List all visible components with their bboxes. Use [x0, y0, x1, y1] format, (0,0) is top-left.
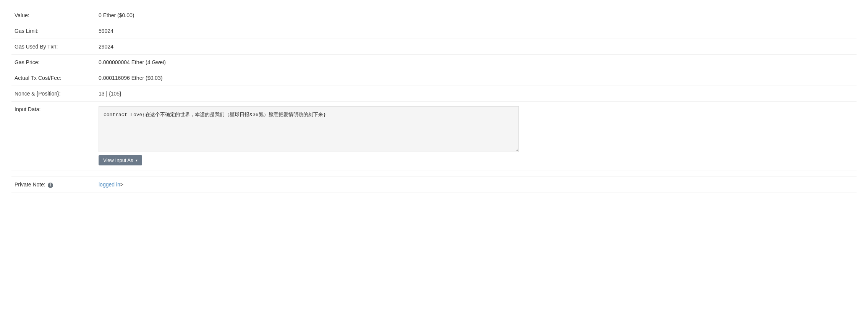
label-cell: Gas Used By Txn:: [11, 39, 96, 55]
input-data-wrapper: contract Love{在这个不确定的世界，幸运的是我们（星球日报&36氪）…: [99, 106, 519, 165]
nonce-row: Nonce & {Position}: 13 | {105}: [11, 86, 857, 102]
private-note-suffix: >: [120, 181, 123, 188]
label-cell: Nonce & {Position}:: [11, 86, 96, 102]
value-cell: 13 | {105}: [96, 86, 857, 102]
gas-price-row: Gas Price: 0.000000004 Ether (4 Gwei): [11, 55, 857, 70]
label-cell: Gas Price:: [11, 55, 96, 70]
input-data-value: contract Love{在这个不确定的世界，幸运的是我们（星球日报&36氪）…: [96, 102, 857, 170]
bottom-divider: [11, 197, 857, 197]
input-data-row: Input Data: contract Love{在这个不确定的世界，幸运的是…: [11, 102, 857, 170]
private-note-label: Private Note: i: [11, 177, 96, 193]
private-note-prefix: logged in>: [99, 181, 123, 188]
view-input-as-button[interactable]: View Input As ▾: [99, 155, 142, 165]
label-cell: Actual Tx Cost/Fee:: [11, 70, 96, 86]
value-cell: 29024: [96, 39, 857, 55]
chevron-down-icon: ▾: [136, 158, 138, 162]
logged-in-link[interactable]: logged in: [99, 181, 120, 188]
gas-used-row: Gas Used By Txn: 29024: [11, 39, 857, 55]
value-cell: 0.000000004 Ether (4 Gwei): [96, 55, 857, 70]
input-data-label: Input Data:: [11, 102, 96, 170]
label-cell: Gas Limit:: [11, 23, 96, 39]
gas-limit-row: Gas Limit: 59024: [11, 23, 857, 39]
private-note-row: Private Note: i logged in>: [11, 177, 857, 193]
value-row: Value: 0 Ether ($0.00): [11, 8, 857, 23]
spacer-row: [11, 170, 857, 177]
actual-tx-cost-row: Actual Tx Cost/Fee: 0.000116096 Ether ($…: [11, 70, 857, 86]
info-icon: i: [48, 183, 53, 188]
value-cell: 59024: [96, 23, 857, 39]
input-data-textarea[interactable]: contract Love{在这个不确定的世界，幸运的是我们（星球日报&36氪）…: [99, 106, 519, 152]
label-cell: Value:: [11, 8, 96, 23]
private-note-value: logged in>: [96, 177, 857, 193]
transaction-details-table: Value: 0 Ether ($0.00) Gas Limit: 59024 …: [11, 8, 857, 193]
value-cell: 0.000116096 Ether ($0.03): [96, 70, 857, 86]
view-input-as-label: View Input As: [103, 157, 133, 163]
value-cell: 0 Ether ($0.00): [96, 8, 857, 23]
